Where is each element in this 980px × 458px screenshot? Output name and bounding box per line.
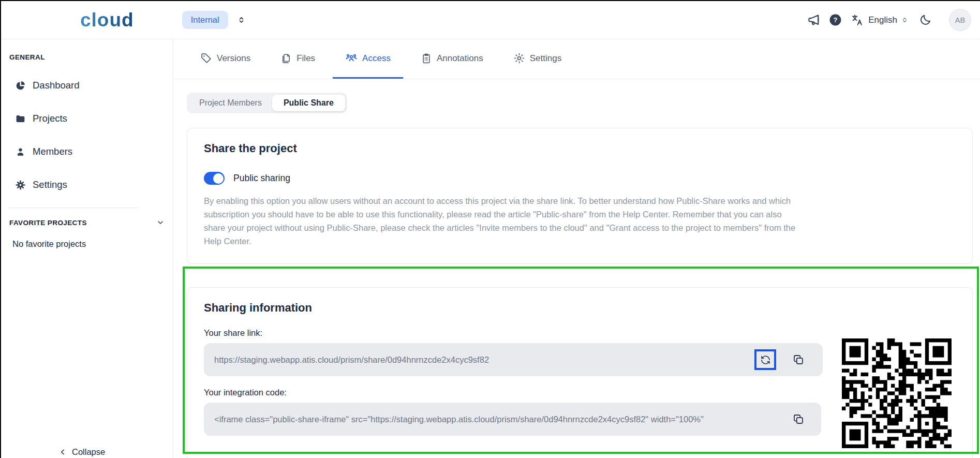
person-icon xyxy=(15,146,26,157)
pie-chart-icon xyxy=(15,80,26,91)
workspace-badge[interactable]: Internal xyxy=(182,11,228,29)
collapse-button[interactable]: Collapse xyxy=(59,447,105,457)
language-selector[interactable]: English xyxy=(851,13,908,27)
sidebar-item-label: Dashboard xyxy=(33,80,80,91)
language-chevron-icon xyxy=(901,17,908,23)
share-link-value: https://staging.webapp.atis.cloud/prism/… xyxy=(214,355,489,365)
moon-icon[interactable] xyxy=(919,13,932,26)
sidebar-item-members[interactable]: Members xyxy=(7,141,167,162)
project-tabs: Versions Files Access Annotations Settin… xyxy=(174,39,980,79)
toggle-label: Public sharing xyxy=(233,173,290,184)
sidebar-section-general: GENERAL xyxy=(9,53,173,61)
tab-content: Project Members Public Share Share the p… xyxy=(174,79,980,458)
clipboard-icon xyxy=(421,53,432,64)
share-project-card: Share the project Public sharing By enab… xyxy=(187,128,973,264)
copy-icon xyxy=(792,353,805,366)
tab-label: Versions xyxy=(217,53,250,64)
tab-label: Settings xyxy=(530,53,561,64)
toggle-knob xyxy=(213,173,224,184)
share-description: By enabling this option you allow users … xyxy=(204,194,796,248)
public-sharing-row: Public sharing xyxy=(204,172,956,185)
tab-versions[interactable]: Versions xyxy=(188,39,263,79)
refresh-icon xyxy=(760,354,771,365)
copy-link-button[interactable] xyxy=(791,352,806,367)
integration-code-input[interactable]: <iframe class="public-share-iframe" src=… xyxy=(204,403,821,436)
workspace-selector-icon[interactable] xyxy=(237,16,246,24)
card-title: Share the project xyxy=(204,142,956,155)
chevron-left-icon xyxy=(59,448,67,456)
subtab-project-members[interactable]: Project Members xyxy=(189,95,272,111)
tab-label: Files xyxy=(296,53,315,64)
tab-access[interactable]: Access xyxy=(333,39,403,79)
header-actions: ? English AB xyxy=(807,9,971,31)
copy-icon xyxy=(792,413,805,425)
tag-icon xyxy=(200,52,212,64)
refresh-link-button[interactable] xyxy=(754,349,776,370)
tab-annotations[interactable]: Annotations xyxy=(408,39,496,79)
chevron-down-icon[interactable] xyxy=(156,218,165,227)
help-icon[interactable]: ? xyxy=(829,13,842,26)
main-area: Versions Files Access Annotations Settin… xyxy=(174,39,980,458)
integration-code-value: <iframe class="public-share-iframe" src=… xyxy=(214,415,704,424)
sharing-information-card: Sharing information Your share link: htt… xyxy=(187,287,973,458)
favorites-title: FAVORITE PROJECTS xyxy=(9,219,87,227)
access-subtabs: Project Members Public Share xyxy=(187,93,347,113)
sidebar-item-dashboard[interactable]: Dashboard xyxy=(7,75,167,96)
sidebar-item-label: Members xyxy=(33,146,72,157)
copy-code-button[interactable] xyxy=(791,412,806,426)
gear-outline-icon xyxy=(513,52,525,64)
qr-code xyxy=(842,338,952,448)
app-logo: cloud xyxy=(80,9,134,31)
tab-label: Access xyxy=(362,53,391,64)
share-link-label: Your share link: xyxy=(204,328,956,338)
top-header: cloud Internal ? English AB xyxy=(1,1,980,39)
subtab-public-share[interactable]: Public Share xyxy=(272,95,345,111)
favorites-empty-text: No favorite projects xyxy=(12,239,173,249)
folder-icon xyxy=(15,113,26,124)
sidebar-nav: Dashboard Projects Members Settings xyxy=(1,75,173,195)
language-label: English xyxy=(868,15,897,25)
tab-label: Annotations xyxy=(437,53,483,64)
avatar[interactable]: AB xyxy=(949,9,971,31)
sidebar-section-favorites[interactable]: FAVORITE PROJECTS xyxy=(9,218,165,227)
public-sharing-toggle[interactable] xyxy=(204,172,225,185)
share-link-input[interactable]: https://staging.webapp.atis.cloud/prism/… xyxy=(204,343,823,376)
tab-files[interactable]: Files xyxy=(268,39,328,79)
sidebar-divider xyxy=(8,208,138,208)
sidebar-item-label: Settings xyxy=(33,179,67,190)
files-icon xyxy=(280,53,292,64)
megaphone-icon[interactable] xyxy=(807,13,821,27)
card-title: Sharing information xyxy=(204,301,956,315)
collapse-label: Collapse xyxy=(72,447,105,457)
svg-text:?: ? xyxy=(834,16,838,24)
translate-icon xyxy=(851,13,864,27)
gear-icon xyxy=(15,180,26,190)
people-group-icon xyxy=(345,52,358,65)
sidebar: GENERAL Dashboard Projects Members Setti… xyxy=(1,39,173,458)
sidebar-item-settings[interactable]: Settings xyxy=(7,174,167,195)
sidebar-item-projects[interactable]: Projects xyxy=(7,108,167,129)
tab-settings[interactable]: Settings xyxy=(501,39,574,79)
sidebar-item-label: Projects xyxy=(33,113,67,124)
